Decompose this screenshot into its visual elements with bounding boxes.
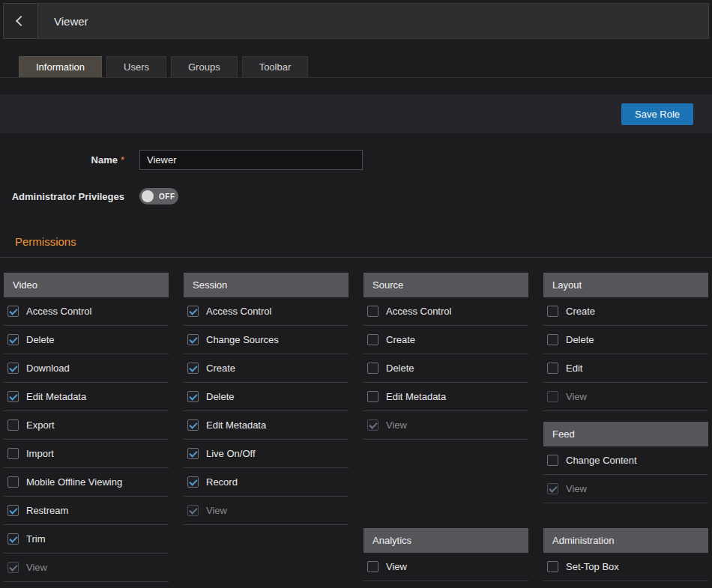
checkbox-unchecked[interactable] [367,363,378,374]
checkbox-checked[interactable] [187,391,199,402]
permission-label: Edit [566,363,582,374]
permission-row[interactable]: Access Control [184,297,349,326]
checkbox-checked[interactable] [7,533,19,545]
permission-label: View [386,561,407,572]
checkbox-unchecked[interactable] [7,448,19,459]
permission-row[interactable]: Record [184,468,349,497]
group-header-analytics: Analytics [363,528,528,553]
permission-label: Export [26,419,55,431]
permission-row[interactable]: Edit Metadata [184,411,349,440]
checkbox-checked[interactable] [187,306,199,317]
tab-information[interactable]: Information [19,56,102,77]
permission-label: Live On/Off [206,448,256,459]
checkbox-checked[interactable] [187,448,199,459]
checkbox-unchecked[interactable] [367,391,378,402]
permission-row[interactable]: Restream [4,497,169,525]
group-header-layout: Layout [543,273,708,297]
permission-row[interactable]: Import [4,440,169,468]
group-header-administration: Administration [543,528,708,553]
checkbox-unchecked [547,391,558,402]
group-header-feed: Feed [543,422,708,446]
permission-group-administration: AdministrationSet-Top Box [543,528,708,581]
permission-label: Restream [26,505,68,516]
permission-row[interactable]: View [4,554,169,582]
checkbox-unchecked[interactable] [367,334,378,345]
permission-row[interactable]: View [363,411,528,440]
permission-row[interactable]: View [184,497,349,525]
permission-row[interactable]: Create [184,354,349,383]
permission-row[interactable]: View [543,383,708,411]
permission-row[interactable]: Change Content [543,446,708,475]
permission-label: Create [566,306,595,317]
back-button[interactable] [4,4,38,38]
permission-row[interactable]: Delete [543,326,708,354]
name-input[interactable] [139,150,363,170]
checkbox-unchecked[interactable] [547,455,558,466]
admin-privileges-toggle[interactable]: OFF [139,188,178,204]
action-bar: Save Role [0,94,712,133]
permission-row[interactable]: Edit [543,354,708,383]
permission-group-session: SessionAccess ControlChange SourcesCreat… [184,273,349,525]
permission-label: Import [26,448,54,459]
checkbox-checked[interactable] [187,363,199,374]
permissions-column: SessionAccess ControlChange SourcesCreat… [184,273,349,582]
checkbox-unchecked[interactable] [547,334,558,345]
permission-group-feed: FeedChange ContentView [543,422,708,503]
checkbox-checked[interactable] [7,505,19,516]
permission-row[interactable]: View [363,553,528,581]
group-header-source: Source [363,273,528,297]
checkbox-unchecked[interactable] [7,419,19,431]
required-asterisk: * [121,154,124,166]
permission-row[interactable]: Download [4,354,169,383]
tab-groups[interactable]: Groups [171,56,238,77]
checkbox-checked[interactable] [187,419,199,431]
permission-row[interactable]: Delete [184,383,349,411]
checkbox-unchecked[interactable] [367,561,378,572]
permission-row[interactable]: Mobile Offline Viewing [4,468,169,497]
permission-row[interactable]: Set-Top Box [543,553,708,581]
checkbox-checked[interactable] [187,334,199,345]
permissions-column: LayoutCreateDeleteEditViewFeedChange Con… [543,273,708,582]
page-title: Viewer [54,15,88,28]
permission-row[interactable]: Trim [4,525,169,554]
permission-group-video: VideoAccess ControlDeleteDownloadEdit Me… [4,273,169,582]
permission-label: Edit Metadata [26,391,86,402]
checkbox-checked[interactable] [7,334,19,345]
permission-row[interactable]: Access Control [4,297,169,326]
permission-row[interactable]: Edit Metadata [4,383,169,411]
permission-row[interactable]: View [543,475,708,503]
permission-row[interactable]: Live On/Off [184,440,349,468]
role-form: Name* Administrator Privileges OFF [0,150,712,204]
toggle-knob [142,190,154,202]
permission-row[interactable]: Access Control [363,297,528,326]
permission-row[interactable]: Edit Metadata [363,383,528,411]
tab-toolbar[interactable]: Toolbar [242,56,309,77]
checkbox-checked[interactable] [7,306,19,317]
permission-row[interactable]: Delete [363,354,528,383]
permission-label: Access Control [206,306,271,317]
chevron-left-icon [15,16,25,26]
permission-label: View [566,483,587,494]
save-role-button[interactable]: Save Role [621,103,693,125]
permission-row[interactable]: Export [4,411,169,440]
permission-label: Access Control [386,306,451,317]
checkbox-unchecked[interactable] [547,306,558,317]
permission-row[interactable]: Change Sources [184,326,349,354]
checkbox-checked [547,483,558,494]
checkbox-checked[interactable] [187,476,199,488]
checkbox-unchecked[interactable] [367,306,378,317]
checkbox-checked[interactable] [7,363,19,374]
permission-row[interactable]: Create [543,297,708,326]
checkbox-unchecked[interactable] [7,476,19,488]
permission-label: Create [206,363,235,374]
tab-users[interactable]: Users [106,56,166,77]
checkbox-unchecked[interactable] [547,363,558,374]
checkbox-checked [187,505,199,516]
permission-row[interactable]: Delete [4,326,169,354]
checkbox-checked [367,419,378,431]
checkbox-unchecked[interactable] [547,561,558,572]
checkbox-checked[interactable] [7,391,19,402]
permission-row[interactable]: Create [363,326,528,354]
group-header-video: Video [4,273,169,297]
permissions-column: SourceAccess ControlCreateDeleteEdit Met… [363,273,528,582]
